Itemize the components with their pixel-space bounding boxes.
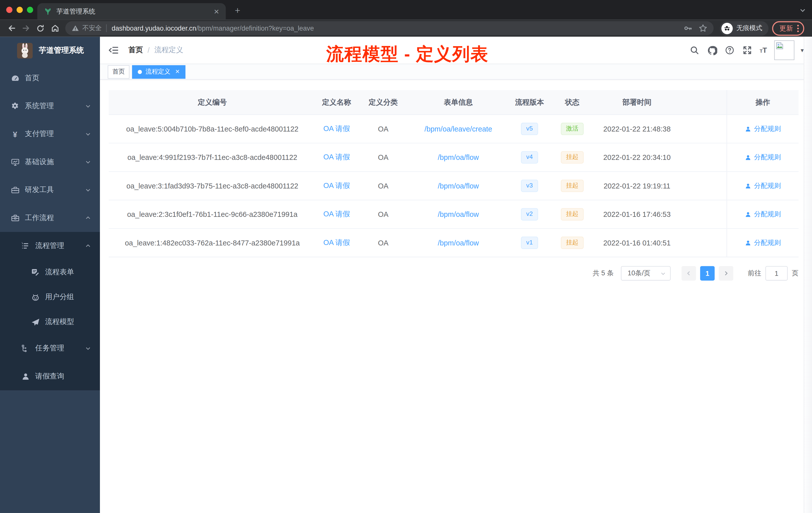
assign-rule-button[interactable]: 分配规则	[745, 181, 781, 190]
window-zoom-button[interactable]	[27, 7, 33, 13]
browser-update-button[interactable]: 更新	[772, 21, 804, 36]
sidebar-item-system[interactable]: 系统管理	[0, 92, 100, 120]
chevron-up-icon	[85, 215, 91, 221]
tab-close-icon[interactable]: ✕	[212, 7, 221, 16]
password-key-icon[interactable]	[684, 24, 693, 33]
definition-name-link[interactable]: OA 请假	[323, 238, 350, 246]
form-link[interactable]: /bpm/oa/flow	[438, 210, 479, 218]
window-minimize-button[interactable]	[17, 7, 23, 13]
sidebar-item-task-management[interactable]: 任务管理	[0, 334, 100, 362]
browser-toolbar: 不安全 dashboard.yudao.iocoder.cn/bpm/manag…	[0, 20, 812, 37]
incognito-badge: 无痕模式	[720, 21, 768, 36]
status-badge: 激活	[561, 123, 584, 135]
annotation-overlay: 流程模型 - 定义列表	[326, 42, 488, 66]
window-close-button[interactable]	[6, 7, 12, 13]
sidebar-toggle-icon[interactable]	[108, 44, 119, 56]
breadcrumb: 首页 / 流程定义	[128, 46, 183, 55]
sidebar-item-infrastructure[interactable]: 基础设施	[0, 148, 100, 176]
tab-search-icon[interactable]	[800, 7, 806, 13]
table-row: oa_leave:1:482ec033-762a-11ec-8477-a2380…	[109, 229, 799, 257]
user-icon	[21, 372, 30, 381]
definition-category: OA	[357, 182, 409, 190]
flow-list-icon	[21, 242, 30, 250]
dashboard-icon	[10, 74, 20, 83]
document-edit-icon	[31, 268, 40, 276]
sidebar-item-home[interactable]: 首页	[0, 64, 100, 92]
github-icon[interactable]	[707, 45, 717, 55]
url-text[interactable]: dashboard.yudao.iocoder.cn/bpm/manager/d…	[112, 24, 679, 32]
assign-rule-button[interactable]: 分配规则	[745, 124, 781, 133]
assign-rule-button[interactable]: 分配规则	[745, 153, 781, 162]
page-number-button[interactable]: 1	[700, 266, 715, 280]
browser-menu-dots-icon[interactable]	[797, 24, 799, 32]
org-chart-icon	[21, 344, 30, 353]
pagination-total: 共 5 条	[593, 269, 614, 278]
avatar[interactable]	[774, 40, 794, 60]
help-icon[interactable]	[725, 45, 735, 55]
chevron-down-icon	[660, 271, 666, 276]
gear-icon	[10, 102, 20, 110]
back-icon[interactable]	[4, 21, 19, 36]
tag-close-icon[interactable]: ✕	[175, 68, 180, 75]
home-icon[interactable]	[48, 21, 62, 36]
logo-avatar	[17, 43, 33, 58]
security-label[interactable]: 不安全	[82, 24, 102, 33]
tag-home[interactable]: 首页	[108, 65, 129, 79]
assign-rule-button[interactable]: 分配规则	[745, 210, 781, 219]
sidebar-item-leave-query[interactable]: 请假查询	[0, 362, 100, 390]
sidebar-item-label: 流程表单	[45, 268, 74, 277]
tag-label: 流程定义	[146, 67, 171, 76]
version-badge: v3	[521, 180, 538, 192]
search-icon[interactable]	[689, 45, 699, 55]
forward-icon[interactable]	[19, 21, 33, 36]
definition-category: OA	[357, 125, 409, 133]
sidebar-item-label: 请假查询	[35, 372, 64, 381]
next-page-button[interactable]	[719, 266, 733, 280]
address-bar[interactable]: 不安全 dashboard.yudao.iocoder.cn/bpm/manag…	[65, 21, 714, 35]
column-header: 流程版本	[508, 98, 551, 107]
page-size-select[interactable]: 10条/页	[621, 266, 671, 280]
incognito-label: 无痕模式	[736, 24, 762, 33]
page-scrollbar[interactable]	[804, 37, 812, 513]
deploy-time: 2022-01-22 19:19:11	[593, 182, 681, 190]
sidebar-item-devtools[interactable]: 研发工具	[0, 176, 100, 204]
sidebar-item-user-group[interactable]: 用户分组	[0, 284, 100, 309]
status-badge: 挂起	[561, 237, 584, 249]
security-warning-icon[interactable]	[71, 24, 79, 32]
definition-name-link[interactable]: OA 请假	[323, 124, 350, 132]
assign-rule-button[interactable]: 分配规则	[745, 238, 781, 247]
prev-page-button[interactable]	[682, 266, 696, 280]
form-link[interactable]: /bpm/oa/leave/create	[424, 125, 492, 133]
definition-id: oa_leave:3:1fad3d93-7b75-11ec-a3c8-acde4…	[109, 182, 316, 190]
form-link[interactable]: /bpm/oa/flow	[438, 239, 479, 247]
definition-name-link[interactable]: OA 请假	[323, 181, 350, 189]
definition-name-link[interactable]: OA 请假	[323, 210, 350, 218]
definition-name-link[interactable]: OA 请假	[323, 153, 350, 161]
goto-page-input[interactable]	[765, 266, 788, 280]
form-link[interactable]: /bpm/oa/flow	[438, 153, 479, 162]
definition-id: oa_leave:1:482ec033-762a-11ec-8477-a2380…	[109, 239, 316, 247]
browser-tab[interactable]: 芋道管理系统 ✕	[37, 3, 226, 20]
version-badge: v5	[521, 123, 538, 135]
sidebar-logo[interactable]: 芋道管理系统	[0, 37, 100, 64]
definition-category: OA	[357, 153, 409, 162]
sidebar-item-workflow[interactable]: 工作流程	[0, 204, 100, 232]
yen-icon: ¥	[10, 130, 20, 139]
sidebar-item-process-management[interactable]: 流程管理	[0, 232, 100, 260]
page-unit-label: 页	[792, 269, 799, 278]
screen: 芋道管理系统 ✕ ＋ 不安全 dashboard.yudao.iocoder.c…	[0, 0, 812, 513]
new-tab-button[interactable]: ＋	[233, 4, 242, 16]
definition-category: OA	[357, 210, 409, 218]
fullscreen-icon[interactable]	[742, 45, 753, 55]
sidebar-item-process-model[interactable]: 流程模型	[0, 309, 100, 334]
breadcrumb-home[interactable]: 首页	[128, 46, 143, 55]
sidebar-item-payment[interactable]: ¥ 支付管理	[0, 120, 100, 148]
sidebar-item-process-form[interactable]: 流程表单	[0, 260, 100, 284]
app-title: 芋道管理系统	[39, 46, 84, 56]
tag-process-definition[interactable]: 流程定义 ✕	[132, 65, 185, 79]
font-size-icon[interactable]: TT	[760, 46, 767, 55]
reload-icon[interactable]	[33, 21, 48, 36]
bookmark-star-icon[interactable]	[698, 24, 707, 33]
tag-label: 首页	[113, 67, 125, 76]
form-link[interactable]: /bpm/oa/flow	[438, 182, 479, 190]
